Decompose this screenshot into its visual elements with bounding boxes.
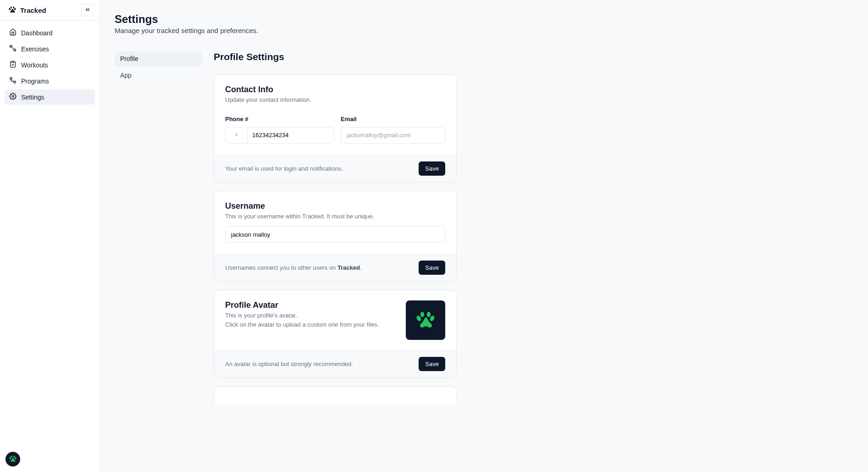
card-desc: Update your contact information. — [225, 95, 445, 105]
sidebar-nav: Dashboard Exercises Workouts Programs — [0, 21, 100, 109]
card-title: Contact Info — [225, 85, 445, 94]
brand[interactable]: Tracked — [8, 6, 46, 15]
sidebar-item-workouts[interactable]: Workouts — [5, 57, 95, 72]
subnav-item-app[interactable]: App — [115, 68, 202, 83]
phone-input[interactable] — [248, 128, 334, 143]
sidebar-header: Tracked — [0, 0, 100, 21]
sidebar-collapse-button[interactable] — [81, 4, 94, 17]
next-card — [214, 386, 457, 405]
svg-rect-2 — [14, 81, 16, 83]
avatar-footer-note: An avatar is optional but strongly recom… — [225, 361, 353, 367]
email-input[interactable] — [341, 127, 445, 144]
card-desc: This is your profile's avatar. Click on … — [225, 311, 379, 329]
sidebar-item-dashboard[interactable]: Dashboard — [5, 25, 95, 40]
email-label: Email — [341, 116, 445, 122]
home-icon — [9, 28, 17, 37]
contact-footer-note: Your email is used for login and notific… — [225, 165, 343, 172]
sidebar-item-label: Programs — [21, 78, 49, 85]
subnav-item-label: Profile — [120, 55, 138, 62]
sidebar-item-label: Workouts — [21, 61, 48, 69]
chevrons-up-down-icon — [234, 131, 239, 139]
subnav-item-profile[interactable]: Profile — [115, 51, 202, 66]
subnav-item-label: App — [120, 72, 132, 79]
phone-country-select[interactable] — [226, 128, 248, 143]
paw-icon — [8, 6, 17, 15]
phone-label: Phone # — [225, 116, 334, 122]
avatar-card: Profile Avatar This is your profile's av… — [214, 290, 457, 378]
sidebar-item-programs[interactable]: Programs — [5, 73, 95, 89]
footer-note-text: Usernames connect you to other users on — [225, 264, 337, 271]
avatar-desc-line: This is your profile's avatar. — [225, 311, 379, 320]
contact-info-card: Contact Info Update your contact informa… — [214, 74, 457, 183]
paw-icon — [9, 455, 17, 464]
svg-rect-0 — [11, 61, 14, 62]
paw-icon — [415, 309, 436, 332]
user-avatar[interactable] — [6, 452, 20, 466]
username-save-button[interactable]: Save — [419, 261, 445, 275]
settings-subnav: Profile App — [115, 51, 202, 413]
card-title: Profile Avatar — [225, 300, 379, 310]
workflow-icon — [9, 77, 17, 85]
section-title: Profile Settings — [214, 51, 457, 62]
sidebar-item-settings[interactable]: Settings — [5, 89, 95, 105]
dumbbell-icon — [9, 44, 17, 53]
svg-point-3 — [12, 95, 14, 97]
main-content: Settings Manage your tracked settings an… — [100, 0, 868, 472]
avatar-save-button[interactable]: Save — [419, 357, 445, 371]
username-footer-note: Usernames connect you to other users on … — [225, 264, 362, 271]
sidebar-item-exercises[interactable]: Exercises — [5, 41, 95, 56]
phone-input-wrap — [225, 127, 334, 144]
settings-content: Profile Settings Contact Info Update you… — [214, 51, 457, 413]
username-card: Username This is your username within Tr… — [214, 191, 457, 282]
avatar-desc-line: Click on the avatar to upload a custom o… — [225, 320, 379, 329]
sidebar: Tracked Dashboard Exercises — [0, 0, 100, 472]
page-title: Settings — [115, 13, 853, 26]
card-title: Username — [225, 201, 445, 211]
footer-note-brand: Tracked — [337, 264, 360, 271]
sidebar-item-label: Settings — [21, 94, 44, 101]
card-desc: This is your username within Tracked. It… — [225, 212, 445, 221]
sidebar-item-label: Exercises — [21, 45, 49, 53]
chevrons-left-icon — [84, 6, 91, 14]
sidebar-footer — [0, 446, 100, 472]
brand-name: Tracked — [20, 6, 46, 14]
avatar-upload[interactable] — [406, 300, 445, 340]
username-input[interactable] — [225, 226, 445, 243]
page-subtitle: Manage your tracked settings and prefere… — [115, 27, 853, 34]
contact-save-button[interactable]: Save — [419, 161, 445, 176]
gear-icon — [9, 93, 17, 101]
clipboard-icon — [9, 61, 17, 69]
page-header: Settings Manage your tracked settings an… — [115, 13, 853, 43]
sidebar-item-label: Dashboard — [21, 29, 53, 37]
footer-note-text: . — [360, 264, 362, 271]
